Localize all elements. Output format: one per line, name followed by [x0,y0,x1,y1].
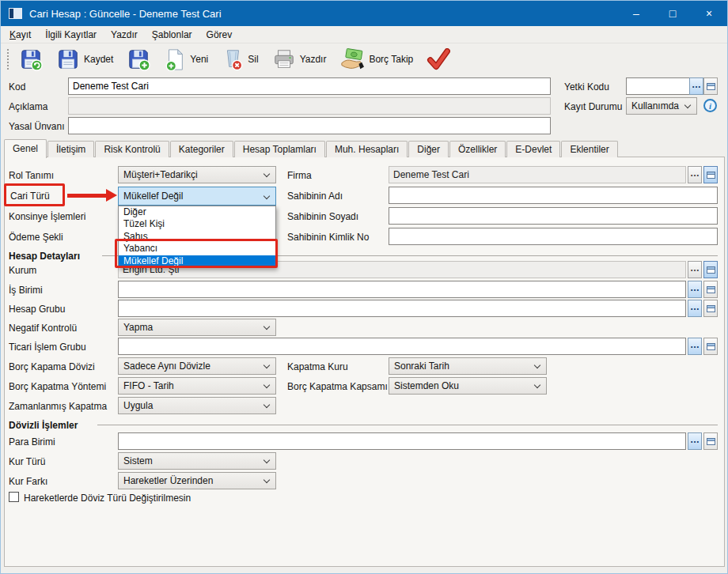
aciklama-field [68,97,551,115]
borc-kapatma-kapsami-combo[interactable]: Sistemden Oku [389,377,547,395]
para-birimi-label: Para Birimi [9,436,55,447]
menu-item-kayit[interactable]: Kayıt [2,26,38,43]
is-birimi-detail-button[interactable] [703,281,718,298]
yetki-kodu-lookup-button[interactable]: … [689,77,703,95]
firma-field: Deneme Test Cari [389,166,686,183]
menu-item-ilgili-kayitlar[interactable]: İlgili Kayıtlar [38,26,104,43]
cari-turu-value: Mükellef Değil [123,191,183,202]
chevron-down-icon [264,477,270,483]
kur-farki-combo[interactable]: Hareketler Üzerinden [118,472,276,489]
window-controls: – □ × [618,1,727,26]
kurum-detail-button[interactable] [703,261,718,278]
ticari-islem-grubu-detail-button[interactable] [703,338,718,355]
annotation-box-cari-turu [4,183,65,206]
menu-item-sablonlar[interactable]: Şablonlar [145,26,199,43]
tab-ozellikler[interactable]: Özellikler [449,141,506,157]
ticari-islem-grubu-field[interactable] [118,338,686,355]
borc-kapatma-yontemi-combo[interactable]: FIFO - Tarih [118,377,276,395]
tab-genel[interactable]: Genel [4,139,47,158]
negatif-kontrolu-label: Negatif Kontrolü [9,323,77,334]
doviz-turu-checkbox[interactable] [9,492,19,502]
minimize-button[interactable]: – [618,1,654,26]
ticari-islem-grubu-lookup-button[interactable]: … [688,338,702,355]
borc-kapama-dovizi-label: Borç Kapama Dövizi [9,361,95,372]
tab-muh-hesaplari[interactable]: Muh. Hesapları [326,141,408,157]
delete-icon [222,47,244,71]
negatif-kontrolu-combo[interactable]: Yapma [118,319,276,336]
money-hand-icon [339,47,365,71]
sahibinin-soyadi-field[interactable] [389,207,718,225]
tab-risk-kontrolu[interactable]: Risk Kontrolü [95,141,169,157]
negatif-kontrolu-value: Yapma [123,322,153,333]
kur-turu-combo[interactable]: Sistem [118,452,276,470]
borc-kapama-dovizi-combo[interactable]: Sadece Aynı Dövizle [118,357,276,375]
sahibinin-kimlik-no-field[interactable] [389,228,718,245]
hesap-grubu-field[interactable] [118,300,686,317]
save-button[interactable]: Kaydet [55,46,115,73]
kayit-durumu-label: Kayıt Durumu [564,101,622,112]
yetki-kodu-detail-button[interactable] [703,77,718,95]
save-new-button[interactable] [125,46,152,73]
sahibinin-kimlik-no-label: Sahibinin Kimlik No [287,232,369,243]
debt-tracking-button-label: Borç Takip [369,54,413,65]
debt-tracking-button[interactable]: Borç Takip [338,46,415,73]
save-close-button[interactable] [17,46,44,73]
tab-diger[interactable]: Diğer [408,141,449,157]
borc-kapatma-yontemi-label: Borç Kapatma Yöntemi [9,381,106,392]
tab-iletisim[interactable]: İletişim [47,141,94,157]
menu-item-yazdir[interactable]: Yazdır [104,26,145,43]
tab-eklentiler[interactable]: Eklentiler [561,141,617,157]
form-window-icon [707,172,715,179]
kayit-durumu-value: Kullanımda [631,100,679,111]
yetki-kodu-field[interactable] [626,77,689,95]
dovizli-islemler-divider [97,425,718,425]
borc-kapama-dovizi-value: Sadece Aynı Dövizle [123,361,210,372]
approve-button[interactable] [425,47,452,72]
kod-label: Kod [9,81,25,93]
para-birimi-field[interactable] [118,432,686,450]
form-window-icon [707,438,715,445]
window-title: Cari Hesap : Güncelle - Deneme Test Cari [29,8,222,20]
is-birimi-lookup-button[interactable]: … [688,281,702,298]
para-birimi-lookup-button[interactable]: … [688,432,702,450]
aciklama-label: Açıklama [9,101,47,112]
kurum-lookup-button[interactable]: … [688,261,702,278]
yasal-unvani-field[interactable] [68,117,551,134]
ticari-islem-grubu-fieldrow: … [118,338,718,355]
kurum-label: Kurum [9,265,36,276]
sahibinin-adi-field[interactable] [389,187,718,204]
cari-turu-combo[interactable]: Mükellef Değil [118,187,276,206]
tab-kategoriler[interactable]: Kategoriler [170,141,233,157]
dropdown-option-diger[interactable]: Diğer [119,206,275,218]
kapatma-kuru-label: Kapatma Kuru [287,361,348,372]
para-birimi-detail-button[interactable] [703,432,718,450]
save-icon [56,47,80,71]
hesap-grubu-detail-button[interactable] [703,300,718,317]
kayit-durumu-combo[interactable]: Kullanımda [626,97,697,115]
delete-button[interactable]: Sil [220,46,260,73]
borc-kapatma-yontemi-value: FIFO - Tarih [123,380,174,391]
save-refresh-icon [19,47,43,71]
chevron-down-icon [264,323,270,330]
firma-detail-button[interactable] [703,166,718,183]
new-button[interactable]: Yeni [162,46,210,73]
yasal-unvani-label: Yasal Ünvanı [9,121,64,132]
doviz-turu-checkbox-label: Hareketlerde Döviz Türü Değiştirilmesin [24,493,191,504]
print-button[interactable]: Yazdır [271,46,328,73]
chevron-down-icon [684,102,691,108]
is-birimi-field[interactable] [118,281,686,298]
hesap-grubu-lookup-button[interactable]: … [688,300,702,317]
dropdown-option-tuzel-kisi[interactable]: Tüzel Kişi [119,218,275,230]
close-button[interactable]: × [691,1,727,26]
zamanlanmis-kapatma-combo[interactable]: Uygula [118,397,276,414]
maximize-button[interactable]: □ [654,1,691,26]
kapatma-kuru-combo[interactable]: Sonraki Tarih [389,357,547,375]
tab-hesap-toplamlari[interactable]: Hesap Toplamları [234,141,325,157]
tab-e-devlet[interactable]: E-Devlet [506,141,560,157]
rol-tanimi-combo[interactable]: Müşteri+Tedarikçi [118,166,276,183]
kod-field[interactable] [68,77,551,95]
menu-item-gorev[interactable]: Görev [199,26,240,43]
firma-lookup-button[interactable]: … [688,166,702,183]
info-icon[interactable]: i [703,99,717,112]
cari-hesap-window: Cari Hesap : Güncelle - Deneme Test Cari… [0,0,728,574]
